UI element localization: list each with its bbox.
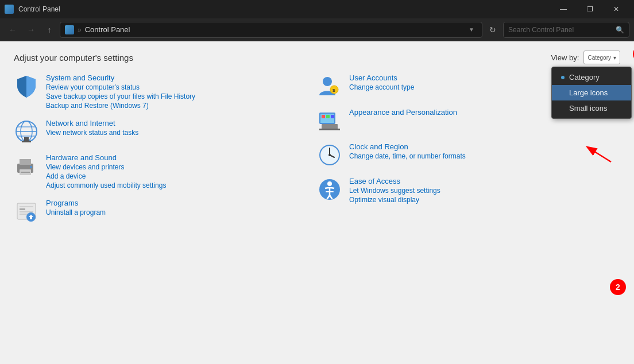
- programs-link-0[interactable]: Uninstall a program: [46, 208, 106, 216]
- clock-region-icon: [317, 142, 342, 168]
- dropdown-label: Large icons: [569, 88, 608, 97]
- up-button[interactable]: ↑: [41, 22, 57, 38]
- system-security-link-2[interactable]: Backup and Restore (Windows 7): [46, 102, 195, 110]
- search-icon[interactable]: 🔍: [616, 26, 624, 34]
- ease-info: Ease of Access Let Windows suggest setti…: [349, 177, 440, 204]
- view-by-container: View by: Category ▾ Category Large icons…: [551, 51, 620, 64]
- dot-icon: [561, 76, 565, 79]
- dropdown-item-category[interactable]: Category: [552, 69, 631, 85]
- back-button[interactable]: ←: [5, 22, 21, 38]
- close-button[interactable]: ✕: [603, 0, 629, 18]
- address-icon: [65, 25, 74, 34]
- category-item-system-security: System and Security Review your computer…: [14, 73, 317, 110]
- left-column: System and Security Review your computer…: [14, 73, 317, 359]
- svg-rect-27: [331, 115, 334, 118]
- system-security-link-0[interactable]: Review your computer's status: [46, 83, 195, 91]
- svg-rect-14: [20, 208, 25, 210]
- network-info: Network and Internet View network status…: [46, 119, 138, 137]
- programs-title[interactable]: Programs: [46, 199, 106, 207]
- dropdown-item-small-icons[interactable]: Small icons: [552, 100, 631, 116]
- title-bar: Control Panel — ❐ ✕: [0, 0, 634, 18]
- address-dropdown-button[interactable]: ▼: [466, 22, 477, 37]
- category-item-network: Network and Internet View network status…: [14, 119, 317, 144]
- address-input[interactable]: » Control Panel ▼: [60, 22, 482, 38]
- hardware-title[interactable]: Hardware and Sound: [46, 153, 166, 162]
- network-title[interactable]: Network and Internet: [46, 119, 138, 127]
- view-by-dropdown[interactable]: Category ▾: [583, 51, 620, 64]
- system-security-link-1[interactable]: Save backup copies of your files with Fi…: [46, 92, 195, 100]
- forward-button[interactable]: →: [23, 22, 39, 38]
- dropdown-label: Category: [569, 73, 600, 82]
- users-title[interactable]: User Accounts: [349, 73, 414, 82]
- appearance-personalization-icon: [317, 108, 342, 133]
- svg-point-11: [30, 166, 32, 168]
- view-by-value: Category: [587, 55, 611, 61]
- svg-rect-26: [326, 115, 330, 118]
- search-box[interactable]: Search Control Panel 🔍: [503, 22, 629, 38]
- content-header: Adjust your computer's settings View by:…: [0, 41, 634, 69]
- address-text: Control Panel: [85, 25, 130, 34]
- dropdown-item-large-icons[interactable]: Large icons: [552, 85, 631, 100]
- svg-rect-10: [21, 172, 30, 173]
- app-icon: [5, 5, 14, 14]
- chevron-down-icon: ▾: [613, 55, 616, 61]
- title-bar-controls: — ❐ ✕: [550, 0, 629, 18]
- users-link-0[interactable]: Change account type: [349, 83, 414, 91]
- minimize-button[interactable]: —: [550, 0, 577, 18]
- svg-rect-25: [322, 115, 325, 118]
- address-breadcrumb: » Control Panel: [65, 25, 130, 34]
- network-internet-icon: [14, 119, 39, 144]
- programs-icon: [14, 199, 39, 224]
- category-item-clock: Clock and Region Change date, time, or n…: [317, 142, 620, 168]
- svg-rect-24: [319, 129, 340, 130]
- search-placeholder: Search Control Panel: [508, 26, 612, 34]
- category-item-programs: Programs Uninstall a program: [14, 199, 317, 224]
- system-security-info: System and Security Review your computer…: [46, 73, 195, 110]
- dropdown-label: Small icons: [569, 104, 607, 113]
- network-link-0[interactable]: View network status and tasks: [46, 129, 138, 137]
- hardware-info: Hardware and Sound View devices and prin…: [46, 153, 166, 189]
- clock-title[interactable]: Clock and Region: [349, 142, 466, 151]
- settings-grid: System and Security Review your computer…: [0, 69, 634, 364]
- category-item-hardware: Hardware and Sound View devices and prin…: [14, 153, 317, 189]
- ease-link-0[interactable]: Let Windows suggest settings: [349, 187, 440, 195]
- svg-point-18: [323, 77, 332, 86]
- hardware-link-1[interactable]: Add a device: [46, 172, 166, 180]
- users-info: User Accounts Change account type: [349, 73, 414, 91]
- page-title: Adjust your computer's settings: [14, 53, 133, 63]
- svg-rect-6: [22, 141, 31, 142]
- hardware-sound-icon: [14, 153, 39, 179]
- annotation-2: 2: [610, 279, 626, 295]
- appearance-info: Appearance and Personalization: [349, 108, 457, 117]
- refresh-button[interactable]: ↻: [485, 22, 501, 38]
- system-security-icon: [14, 73, 39, 99]
- svg-rect-5: [24, 137, 29, 141]
- svg-rect-8: [20, 159, 31, 165]
- programs-info: Programs Uninstall a program: [46, 199, 106, 216]
- clock-link-0[interactable]: Change date, time, or number formats: [349, 152, 466, 160]
- view-by-dropdown-menu: Category Large icons Small icons: [551, 67, 632, 119]
- svg-point-34: [327, 181, 332, 186]
- restore-button[interactable]: ❐: [577, 0, 603, 18]
- title-bar-text: Control Panel: [18, 5, 546, 13]
- svg-point-32: [328, 154, 331, 156]
- svg-rect-15: [20, 211, 33, 212]
- system-security-title[interactable]: System and Security: [46, 73, 195, 82]
- ease-title[interactable]: Ease of Access: [349, 177, 440, 185]
- category-item-ease: Ease of Access Let Windows suggest setti…: [317, 177, 620, 204]
- hardware-link-0[interactable]: View devices and printers: [46, 163, 166, 171]
- address-bar: ← → ↑ » Control Panel ▼ ↻ Search Control…: [0, 18, 634, 41]
- svg-text:$: $: [333, 88, 335, 93]
- view-by-label: View by:: [551, 53, 579, 62]
- ease-link-1[interactable]: Optimize visual display: [349, 196, 440, 204]
- hardware-link-2[interactable]: Adjust commonly used mobility settings: [46, 181, 166, 189]
- ease-of-access-icon: [317, 177, 342, 202]
- clock-info: Clock and Region Change date, time, or n…: [349, 142, 466, 160]
- main-content: Adjust your computer's settings View by:…: [0, 41, 634, 364]
- user-accounts-icon: $: [317, 73, 342, 99]
- appearance-title[interactable]: Appearance and Personalization: [349, 108, 457, 117]
